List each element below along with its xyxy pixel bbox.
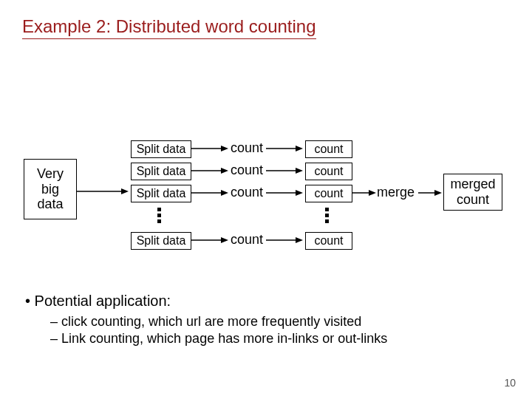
merged-count-box: merged count xyxy=(443,174,502,211)
arrow-op1-res1 xyxy=(266,145,303,152)
arrow-op2-res2 xyxy=(266,167,303,174)
svg-marker-15 xyxy=(296,190,303,196)
source-data-box: Very big data xyxy=(24,159,77,219)
count-res-3: count xyxy=(305,185,352,202)
svg-marker-5 xyxy=(221,168,228,174)
svg-marker-9 xyxy=(221,237,228,243)
split-box-2: Split data xyxy=(131,163,191,180)
svg-marker-11 xyxy=(296,146,303,151)
split-box-n: Split data xyxy=(131,232,191,250)
count-op-n: count xyxy=(231,232,263,248)
svg-marker-21 xyxy=(434,190,442,196)
merge-op: merge xyxy=(377,185,415,200)
arrow-split1-count1 xyxy=(191,145,228,152)
svg-marker-3 xyxy=(221,146,228,151)
count-res-n: count xyxy=(305,232,352,250)
bullet-list: Potential application: click counting, w… xyxy=(25,293,387,348)
arrow-counts-to-merge xyxy=(352,189,376,197)
count-res-1: count xyxy=(305,140,352,158)
count-op-1: count xyxy=(231,140,263,156)
arrow-split2-count2 xyxy=(191,167,228,174)
svg-marker-13 xyxy=(296,168,303,174)
svg-marker-19 xyxy=(369,190,376,196)
arrow-split3-count3 xyxy=(191,189,228,197)
split-box-3: Split data xyxy=(131,185,191,202)
bullet-item-1: click counting, which url are more frequ… xyxy=(50,314,387,330)
count-op-2: count xyxy=(231,163,263,178)
slide: Example 2: Distributed word counting Ver… xyxy=(0,0,532,399)
bullet-heading: Potential application: xyxy=(25,293,387,310)
arrow-source-to-split xyxy=(77,188,129,195)
svg-marker-7 xyxy=(221,190,228,196)
split-vdots xyxy=(157,208,161,223)
count-vdots xyxy=(325,208,329,223)
arrow-op3-res3 xyxy=(266,189,303,197)
arrow-splitN-countN xyxy=(191,236,228,244)
slide-title: Example 2: Distributed word counting xyxy=(22,16,316,39)
arrow-opN-resN xyxy=(266,236,303,244)
count-res-2: count xyxy=(305,163,352,180)
arrow-merge-to-merged xyxy=(418,189,442,197)
svg-marker-1 xyxy=(121,188,129,194)
bullet-item-2: Link counting, which page has more in-li… xyxy=(50,331,387,347)
split-box-1: Split data xyxy=(131,140,191,158)
svg-marker-17 xyxy=(296,237,303,243)
page-number: 10 xyxy=(504,377,516,389)
count-op-3: count xyxy=(231,185,263,200)
